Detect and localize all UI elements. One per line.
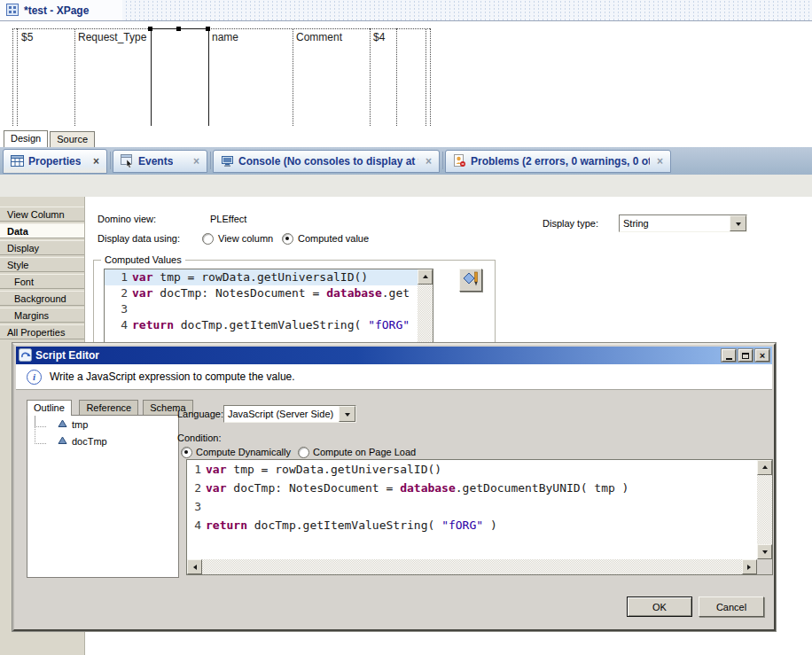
line-number: 3 — [187, 497, 206, 516]
line-number: 2 — [187, 479, 206, 497]
sidebar-item-margins[interactable]: Margins — [0, 308, 84, 323]
script-code-editor[interactable]: 1var tmp = rowData.getUniversalID()2var … — [186, 459, 773, 575]
tab-outline[interactable]: Outline — [27, 400, 72, 416]
domino-view-label: Domino view: — [98, 214, 156, 224]
code-token: tmp = rowData.getUniversalID() — [152, 270, 368, 284]
dialog-body: OutlineReferenceSchema tmpdocTmp Languag… — [16, 390, 772, 628]
view-column-label: $4 — [373, 31, 385, 43]
compute-dynamically-label[interactable]: Compute Dynamically — [196, 447, 291, 457]
panel-tab-events[interactable]: Events× — [113, 150, 207, 173]
view-tab-design[interactable]: Design — [4, 130, 48, 147]
events-icon — [121, 154, 134, 169]
info-icon: i — [27, 370, 42, 385]
computed-value-radio[interactable] — [282, 233, 293, 245]
selection-handle[interactable] — [176, 27, 181, 31]
code-line: 4return docTmp.getItemValueString( "fORG… — [187, 516, 757, 534]
code-text: var tmp = rowData.getUniversalID() — [206, 460, 757, 479]
display-type-label: Display type: — [543, 218, 598, 229]
code-token: return — [132, 318, 174, 331]
code-text: return docTmp.getItemValueString( "fORG"… — [206, 516, 757, 534]
xpage-design-canvas[interactable]: $5Request_TypenameComment$4 — [0, 21, 812, 130]
display-type-dropdown-button[interactable] — [730, 215, 746, 231]
selection-handle[interactable] — [148, 27, 152, 31]
scroll-left-button[interactable] — [187, 559, 202, 574]
tab-close-icon[interactable]: × — [86, 155, 99, 168]
column-border — [17, 28, 18, 126]
close-button[interactable]: × — [755, 349, 769, 362]
panel-tab-problems[interactable]: Problems (2 errors, 0 warnings, 0 ot...× — [445, 150, 671, 173]
tab-close-icon[interactable]: × — [650, 155, 663, 168]
view-column-radio[interactable] — [202, 233, 214, 245]
code-token: docTmp: NotesDocument = — [152, 286, 326, 300]
scroll-down-button[interactable] — [757, 544, 772, 559]
line-number: 1 — [187, 460, 206, 479]
sidebar-item-background[interactable]: Background — [0, 291, 84, 306]
sidebar-item-style[interactable]: Style — [0, 257, 84, 272]
scroll-up-button[interactable] — [418, 269, 433, 285]
tree-item-doctmp[interactable]: docTmp — [58, 436, 107, 447]
design-source-tabs: DesignSource — [0, 130, 812, 148]
sidebar-item-all-properties[interactable]: All Properties — [0, 324, 84, 339]
code-line: 3 — [105, 301, 433, 317]
compute-on-page-load-radio[interactable] — [298, 447, 309, 458]
code-line: 2var docTmp: NotesDocument = database.ge… — [187, 479, 757, 497]
scroll-up-button[interactable] — [757, 460, 772, 475]
tree-triangle-icon — [58, 419, 67, 430]
language-value: JavaScript (Server Side) — [224, 409, 339, 419]
view-column-radio-label[interactable]: View column — [218, 233, 273, 244]
computed-value-code-editor[interactable]: 1var tmp = rowData.getUniversalID()2var … — [104, 269, 433, 345]
line-number: 1 — [105, 269, 132, 285]
computed-values-group-title: Computed Values — [101, 254, 185, 265]
sidebar-item-data[interactable]: Data — [0, 223, 84, 238]
script-editor-hscrollbar[interactable] — [187, 559, 757, 574]
script-editor-icon — [19, 348, 32, 363]
compute-dynamically-radio[interactable] — [181, 447, 192, 458]
maximize-button[interactable] — [738, 349, 753, 362]
tab-close-icon[interactable]: × — [186, 155, 199, 168]
language-select[interactable]: JavaScript (Server Side) — [223, 405, 356, 423]
code-token: "fORG" — [441, 519, 483, 532]
code-editor-vscrollbar[interactable] — [418, 269, 433, 344]
script-editor-dialog: Script Editor × i Write a JavaScript exp… — [12, 343, 776, 631]
code-line: 3 — [187, 497, 757, 516]
editor-tab-xpage[interactable]: *test - XPage — [0, 0, 122, 20]
open-script-editor-button[interactable] — [459, 269, 482, 292]
column-border — [396, 28, 397, 126]
tab-separator — [110, 152, 111, 169]
script-edit-icon — [462, 270, 480, 290]
display-type-select[interactable]: String — [619, 214, 747, 232]
line-number: 2 — [105, 285, 132, 301]
tree-item-tmp[interactable]: tmp — [58, 419, 88, 430]
scroll-right-button[interactable] — [742, 559, 757, 574]
panel-tab-label: Problems (2 errors, 0 warnings, 0 ot... — [471, 155, 650, 168]
tab-reference[interactable]: Reference — [79, 400, 138, 415]
sidebar-item-display[interactable]: Display — [0, 240, 84, 255]
cancel-button[interactable]: Cancel — [699, 597, 764, 617]
panel-tab-properties[interactable]: Properties× — [3, 149, 107, 174]
minimize-button[interactable] — [722, 349, 736, 362]
compute-on-page-load-label[interactable]: Compute on Page Load — [313, 447, 416, 457]
view-tab-source[interactable]: Source — [50, 131, 95, 147]
tab-close-icon[interactable]: × — [418, 155, 432, 168]
cancel-button-label: Cancel — [716, 602, 746, 612]
sidebar-item-font[interactable]: Font — [0, 274, 84, 289]
column-border — [293, 28, 293, 126]
dialog-title: Script Editor — [35, 349, 719, 362]
sidebar-item-view-column[interactable]: View Column — [0, 207, 84, 222]
domino-view-value: PLEffect — [210, 214, 246, 224]
tree-triangle-icon — [58, 436, 67, 447]
panel-tab-label: Console (No consoles to display at t... — [238, 155, 418, 168]
column-border — [370, 28, 371, 126]
selection-handle[interactable] — [206, 27, 210, 31]
code-token: database — [326, 286, 382, 300]
language-dropdown-button[interactable] — [339, 406, 355, 422]
dialog-titlebar[interactable]: Script Editor × — [16, 347, 772, 364]
computed-value-radio-label[interactable]: Computed value — [298, 233, 369, 244]
panel-tab-console[interactable]: Console (No consoles to display at t...× — [213, 150, 440, 173]
code-token: .getDocumentByUNID( tmp ) — [456, 481, 629, 495]
column-border — [74, 28, 75, 126]
problems-icon — [453, 154, 466, 169]
script-editor-vscrollbar[interactable] — [757, 460, 772, 559]
ok-button[interactable]: OK — [627, 597, 692, 617]
properties-icon — [11, 154, 24, 169]
